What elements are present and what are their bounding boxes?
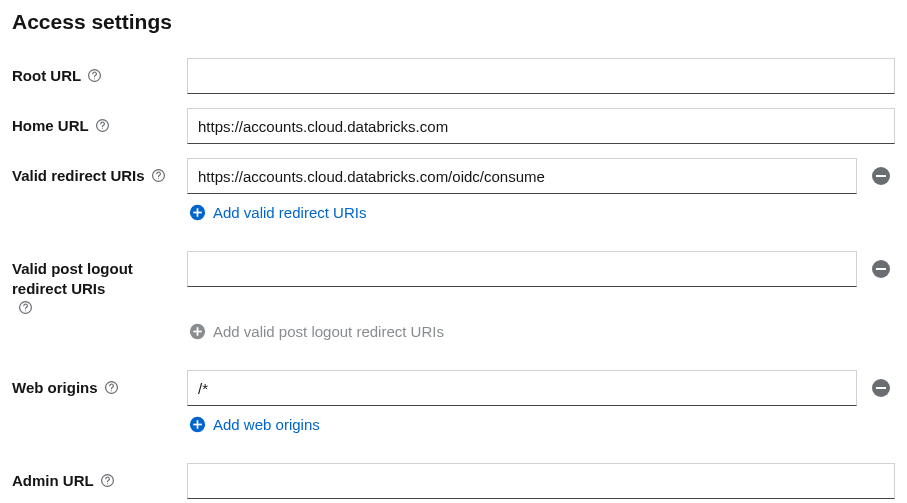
svg-point-12	[25, 310, 26, 311]
label-text: Admin URL	[12, 471, 94, 491]
label-valid-post-logout: Valid post logout redirect URIs	[12, 251, 187, 313]
help-icon[interactable]	[18, 300, 33, 315]
plus-circle-icon	[189, 323, 206, 340]
label-text: Web origins	[12, 378, 98, 398]
minus-circle-icon	[871, 166, 891, 186]
svg-rect-17	[193, 331, 202, 333]
web-origins-input[interactable]	[187, 370, 857, 406]
add-row-post-logout: Add valid post logout redirect URIs	[12, 317, 895, 346]
label-text: Home URL	[12, 116, 89, 136]
svg-rect-21	[876, 387, 886, 389]
plus-circle-icon	[189, 416, 206, 433]
svg-point-5	[158, 178, 159, 179]
root-url-input[interactable]	[187, 58, 895, 94]
add-web-origins-button[interactable]: Add web origins	[187, 410, 322, 439]
svg-rect-10	[193, 212, 202, 214]
svg-rect-14	[876, 268, 886, 270]
field-web-origins: Web origins	[12, 370, 895, 406]
field-root-url: Root URL	[12, 58, 895, 94]
add-label: Add valid post logout redirect URIs	[213, 323, 444, 340]
add-label: Add valid redirect URIs	[213, 204, 366, 221]
label-valid-redirect-uris: Valid redirect URIs	[12, 158, 187, 186]
field-home-url: Home URL	[12, 108, 895, 144]
svg-point-19	[111, 390, 112, 391]
add-valid-redirect-uris-button[interactable]: Add valid redirect URIs	[187, 198, 368, 227]
field-valid-redirect-uris: Valid redirect URIs	[12, 158, 895, 194]
add-row-redirect-uris: Add valid redirect URIs	[12, 198, 895, 227]
help-icon[interactable]	[151, 168, 166, 183]
minus-circle-icon	[871, 259, 891, 279]
svg-rect-7	[876, 175, 886, 177]
svg-point-3	[102, 128, 103, 129]
remove-redirect-uri-button[interactable]	[867, 162, 895, 190]
help-icon[interactable]	[95, 118, 110, 133]
svg-point-26	[107, 483, 108, 484]
remove-web-origin-button[interactable]	[867, 374, 895, 402]
help-icon[interactable]	[100, 473, 115, 488]
add-label: Add web origins	[213, 416, 320, 433]
help-icon[interactable]	[104, 380, 119, 395]
plus-circle-icon	[189, 204, 206, 221]
add-valid-post-logout-button[interactable]: Add valid post logout redirect URIs	[187, 317, 446, 346]
valid-post-logout-input[interactable]	[187, 251, 857, 287]
valid-redirect-uris-input[interactable]	[187, 158, 857, 194]
label-text: Valid redirect URIs	[12, 166, 145, 186]
home-url-input[interactable]	[187, 108, 895, 144]
label-text: Valid post logout redirect URIs	[12, 259, 187, 298]
label-text: Root URL	[12, 66, 81, 86]
label-admin-url: Admin URL	[12, 463, 187, 491]
minus-circle-icon	[871, 378, 891, 398]
add-row-web-origins: Add web origins	[12, 410, 895, 439]
admin-url-input[interactable]	[187, 463, 895, 499]
field-admin-url: Admin URL	[12, 463, 895, 499]
svg-point-1	[94, 78, 95, 79]
field-valid-post-logout: Valid post logout redirect URIs	[12, 251, 895, 313]
label-root-url: Root URL	[12, 58, 187, 86]
help-icon[interactable]	[87, 68, 102, 83]
label-web-origins: Web origins	[12, 370, 187, 398]
label-home-url: Home URL	[12, 108, 187, 136]
svg-rect-24	[193, 424, 202, 426]
remove-post-logout-button[interactable]	[867, 255, 895, 283]
section-title: Access settings	[12, 10, 895, 34]
